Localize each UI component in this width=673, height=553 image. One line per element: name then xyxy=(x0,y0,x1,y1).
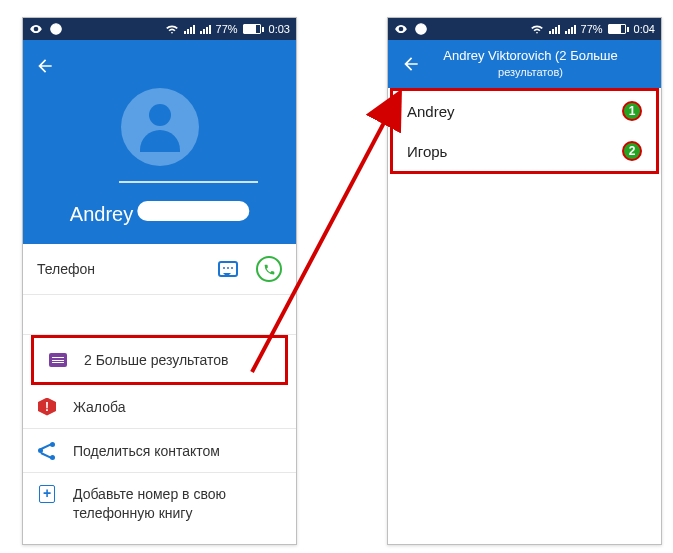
result-badge: 2 xyxy=(622,141,642,161)
battery-icon xyxy=(243,24,264,34)
eye-icon xyxy=(394,22,408,36)
more-results-button[interactable]: 2 Больше результатов xyxy=(34,338,285,382)
avatar xyxy=(121,88,199,166)
more-results-label: 2 Больше результатов xyxy=(84,352,271,368)
battery-percent: 77% xyxy=(216,23,238,35)
status-bar: 77% 0:03 xyxy=(23,18,296,40)
complaint-button[interactable]: Жалоба xyxy=(23,385,296,429)
contact-name-visible: Andrey xyxy=(70,203,133,226)
sync-icon xyxy=(414,22,428,36)
result-name: Игорь xyxy=(407,143,622,160)
result-item[interactable]: Игорь 2 xyxy=(393,131,656,171)
eye-icon xyxy=(29,22,43,36)
result-name: Andrey xyxy=(407,103,622,120)
back-button[interactable] xyxy=(33,54,57,78)
section-label: Телефон xyxy=(37,261,218,277)
share-button[interactable]: Поделиться контактом xyxy=(23,429,296,473)
status-bar: 77% 0:04 xyxy=(388,18,661,40)
clock: 0:03 xyxy=(269,23,290,35)
add-contact-label: Добавьте номер в свою телефонную книгу xyxy=(73,485,282,523)
result-badge: 1 xyxy=(622,101,642,121)
share-icon xyxy=(37,442,57,460)
redacted-pill xyxy=(137,201,249,221)
arrow-left-icon xyxy=(401,54,421,74)
signal-icon xyxy=(184,25,195,34)
sync-icon xyxy=(49,22,63,36)
addbook-icon xyxy=(37,485,57,503)
signal-icon-2 xyxy=(565,25,576,34)
wifi-icon xyxy=(165,22,179,36)
phone-icon xyxy=(263,263,276,276)
contact-hero: Andrey xyxy=(23,40,296,244)
contact-name: Andrey xyxy=(70,201,249,226)
alert-icon xyxy=(37,398,57,416)
section-header-phone: Телефон xyxy=(23,244,296,295)
title-line2: результатов) xyxy=(426,65,635,79)
phone-screenshot-right: 77% 0:04 Andrey Viktorovich (2 Больше ре… xyxy=(387,17,662,545)
arrow-left-icon xyxy=(35,56,55,76)
battery-percent: 77% xyxy=(581,23,603,35)
battery-icon xyxy=(608,24,629,34)
back-button[interactable] xyxy=(396,54,426,74)
message-icon[interactable] xyxy=(218,261,238,277)
clock: 0:04 xyxy=(634,23,655,35)
highlight-results: Andrey 1 Игорь 2 xyxy=(390,88,659,174)
list-icon xyxy=(48,353,68,367)
title-line1: Andrey Viktorovich (2 Больше xyxy=(443,48,617,63)
hero-underline xyxy=(119,181,258,183)
result-item[interactable]: Andrey 1 xyxy=(393,91,656,131)
wifi-icon xyxy=(530,22,544,36)
signal-icon xyxy=(549,25,560,34)
page-title: Andrey Viktorovich (2 Больше результатов… xyxy=(426,48,653,79)
share-label: Поделиться контактом xyxy=(73,443,282,459)
phone-screenshot-left: 77% 0:03 Andrey Телефон xyxy=(22,17,297,545)
spacer xyxy=(23,295,296,335)
title-bar: Andrey Viktorovich (2 Больше результатов… xyxy=(388,40,661,88)
highlight-more-results: 2 Больше результатов xyxy=(31,335,288,385)
add-contact-button[interactable]: Добавьте номер в свою телефонную книгу xyxy=(23,473,296,535)
call-button[interactable] xyxy=(256,256,282,282)
complaint-label: Жалоба xyxy=(73,399,282,415)
signal-icon-2 xyxy=(200,25,211,34)
